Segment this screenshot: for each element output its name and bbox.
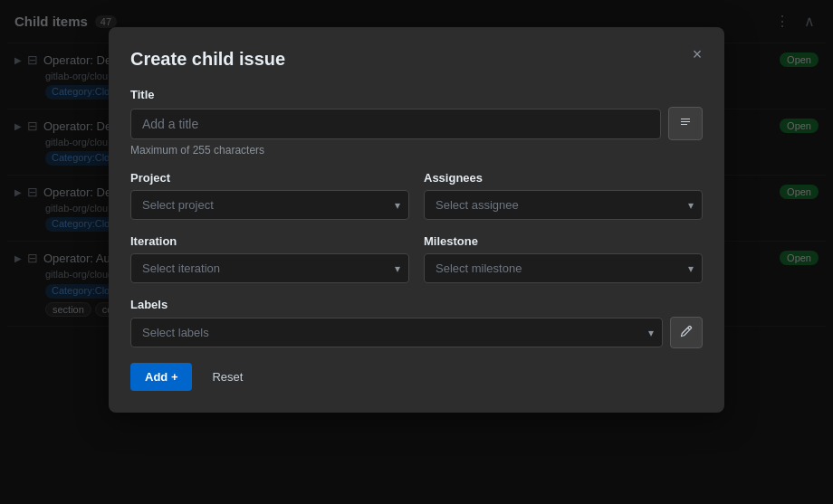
- labels-row: Select labels ▾: [130, 317, 703, 348]
- labels-label: Labels: [130, 298, 703, 311]
- assignees-label: Assignees: [424, 171, 703, 185]
- labels-edit-button[interactable]: [670, 317, 703, 348]
- assignees-select[interactable]: Select assignee: [424, 190, 703, 220]
- iteration-milestone-grid: Iteration Select iteration ▾ Milestone S…: [130, 234, 703, 283]
- project-select[interactable]: Select project: [130, 190, 409, 220]
- title-options-button[interactable]: [668, 107, 703, 140]
- milestone-select[interactable]: Select milestone: [424, 253, 703, 283]
- assignees-section: Assignees Select assignee ▾: [424, 171, 703, 220]
- milestone-label: Milestone: [424, 234, 703, 248]
- milestone-select-wrapper: Select milestone ▾: [424, 253, 703, 283]
- iteration-section: Iteration Select iteration ▾: [130, 234, 409, 283]
- iteration-select[interactable]: Select iteration: [130, 253, 409, 283]
- iteration-select-wrapper: Select iteration ▾: [130, 253, 409, 283]
- title-hint: Maximum of 255 characters: [130, 144, 703, 157]
- labels-select-wrapper: Select labels ▾: [130, 318, 663, 347]
- project-select-wrapper: Select project ▾: [130, 190, 409, 220]
- labels-select[interactable]: Select labels: [130, 318, 663, 347]
- add-button[interactable]: Add +: [130, 363, 192, 391]
- modal-overlay[interactable]: Create child issue × Title Maximum of 25…: [0, 0, 833, 504]
- title-section: Title Maximum of 255 characters: [130, 88, 703, 157]
- project-section: Project Select project ▾: [130, 171, 409, 220]
- title-input[interactable]: [130, 109, 661, 139]
- title-label: Title: [130, 88, 703, 101]
- modal-title: Create child issue: [130, 49, 703, 70]
- title-row: [130, 107, 703, 140]
- create-child-issue-modal: Create child issue × Title Maximum of 25…: [109, 27, 724, 413]
- reset-button[interactable]: Reset: [201, 363, 254, 391]
- assignees-select-wrapper: Select assignee ▾: [424, 190, 703, 220]
- project-label: Project: [130, 171, 409, 185]
- modal-close-button[interactable]: ×: [685, 42, 710, 67]
- project-assignees-grid: Project Select project ▾ Assignees Selec…: [130, 171, 703, 220]
- labels-section: Labels Select labels ▾: [130, 298, 703, 348]
- actions-row: Add + Reset: [130, 363, 703, 391]
- milestone-section: Milestone Select milestone ▾: [424, 234, 703, 283]
- iteration-label: Iteration: [130, 234, 409, 248]
